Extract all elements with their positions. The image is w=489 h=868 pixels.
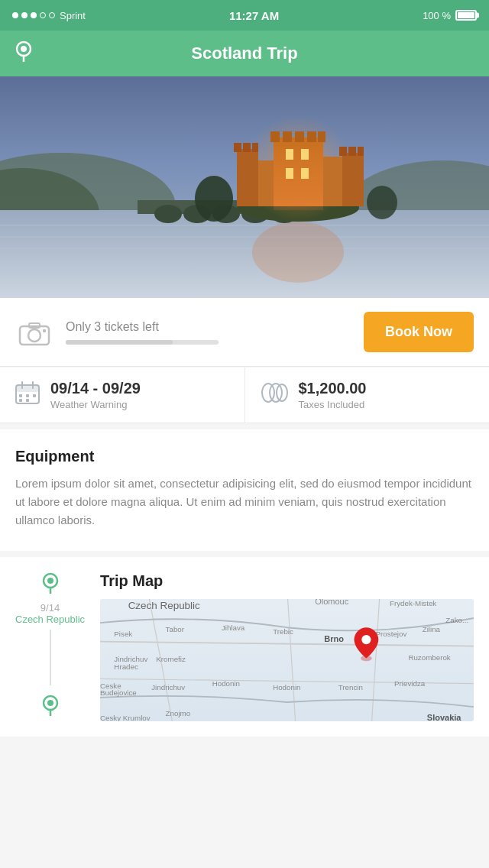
svg-point-42 [367, 186, 397, 219]
map-pin-icon-2 [42, 695, 59, 721]
date-info: 09/14 - 09/29 Weather Warning [50, 380, 141, 410]
svg-text:Prievidza: Prievidza [394, 679, 426, 688]
svg-point-44 [28, 329, 40, 342]
svg-point-41 [195, 176, 233, 222]
svg-rect-55 [26, 399, 29, 402]
status-bar: Sprint 11:27 AM 100 % [0, 0, 489, 31]
svg-rect-34 [348, 147, 356, 156]
map-image[interactable]: Czech Republic Olomouc Frydek-Mistek Pis… [100, 599, 474, 721]
svg-text:Znojmo: Znojmo [166, 709, 191, 717]
status-right: 100 % [423, 10, 477, 21]
svg-rect-35 [358, 147, 364, 156]
map-timeline-line [50, 630, 51, 685]
svg-text:Ruzomberok: Ruzomberok [408, 653, 450, 662]
svg-rect-52 [26, 394, 29, 397]
tickets-info: Only 3 tickets left [66, 320, 351, 345]
map-timeline: 9/14 Czech Republic [15, 572, 85, 721]
book-now-button[interactable]: Book Now [364, 312, 474, 352]
map-title: Trip Map [100, 572, 474, 590]
svg-text:Kromefiz: Kromefiz [156, 655, 186, 663]
app-header: Scotland Trip [0, 31, 489, 76]
tickets-progress-fill [66, 340, 173, 345]
camera-icon [15, 313, 53, 351]
map-right: Trip Map [100, 572, 474, 721]
signal-dots [12, 12, 55, 18]
svg-text:Slovakia: Slovakia [427, 713, 462, 721]
svg-point-13 [154, 205, 182, 223]
svg-text:Budejovice: Budejovice [100, 688, 137, 697]
svg-text:Frydek-Mistek: Frydek-Mistek [390, 599, 436, 607]
map-date-label: 9/14 [40, 602, 60, 614]
map-pin-icon-1 [42, 572, 59, 599]
price-sub: Taxes Included [299, 399, 367, 410]
svg-rect-7 [0, 210, 489, 298]
svg-point-1 [21, 46, 27, 52]
svg-rect-22 [283, 131, 292, 142]
weather-warning: Weather Warning [50, 399, 141, 410]
dot4 [40, 12, 46, 18]
svg-text:Zilina: Zilina [423, 625, 441, 633]
info-row: 09/14 - 09/29 Weather Warning $1,200.00 … [0, 368, 489, 423]
tickets-progress-bar [66, 340, 219, 345]
map-location-label: Czech Republic [15, 614, 85, 625]
svg-text:Hodonin: Hodonin [212, 679, 240, 688]
tickets-remaining-text: Only 3 tickets left [66, 320, 351, 334]
header-pin-icon [15, 40, 32, 66]
calendar-icon [15, 381, 40, 410]
svg-text:Hodonin: Hodonin [273, 683, 300, 691]
hero-image [0, 76, 489, 298]
svg-text:Prostejov: Prostejov [376, 630, 407, 638]
svg-point-11 [252, 222, 344, 283]
equipment-body: Lorem ipsum dolor sit amet, consectetur … [15, 474, 474, 530]
dot1 [12, 12, 18, 18]
battery-percent: 100 % [423, 10, 451, 21]
svg-text:Czech Republic: Czech Republic [128, 600, 200, 611]
page-title: Scotland Trip [191, 44, 297, 63]
svg-rect-32 [342, 153, 364, 206]
equipment-section: Equipment Lorem ipsum dolor sit amet, co… [0, 429, 489, 551]
svg-text:Olomouc: Olomouc [315, 599, 349, 606]
status-time: 11:27 AM [229, 9, 279, 22]
svg-point-63 [47, 700, 53, 706]
svg-point-60 [47, 578, 53, 584]
svg-rect-33 [339, 147, 347, 156]
svg-rect-25 [318, 131, 325, 142]
svg-text:Hradec: Hradec [114, 662, 138, 671]
svg-text:Zako...: Zako... [445, 616, 468, 624]
equipment-title: Equipment [15, 448, 474, 465]
dot2 [21, 12, 28, 18]
svg-rect-29 [234, 143, 241, 152]
svg-rect-54 [19, 399, 22, 402]
svg-rect-30 [243, 143, 251, 152]
date-range: 09/14 - 09/29 [50, 380, 141, 397]
svg-point-97 [361, 635, 371, 644]
svg-text:Tabor: Tabor [166, 625, 185, 633]
date-cell: 09/14 - 09/29 Weather Warning [0, 368, 245, 423]
svg-rect-21 [270, 131, 280, 142]
svg-text:Trebic: Trebic [273, 627, 293, 636]
carrier-label: Sprint [60, 10, 86, 21]
svg-text:Jindrichuv: Jindrichuv [151, 683, 185, 691]
svg-rect-40 [274, 180, 323, 210]
price-cell: $1,200.00 Taxes Included [245, 368, 490, 423]
svg-point-56 [262, 384, 274, 402]
svg-text:Jihlava: Jihlava [222, 623, 245, 632]
dot3 [31, 12, 37, 18]
svg-text:Cesky Krumlov: Cesky Krumlov [100, 714, 151, 721]
status-left: Sprint [12, 10, 86, 21]
svg-text:Brno: Brno [324, 634, 344, 643]
svg-rect-37 [301, 149, 309, 160]
svg-rect-24 [307, 131, 316, 142]
price-info: $1,200.00 Taxes Included [299, 380, 367, 410]
battery-fill [458, 12, 474, 18]
svg-rect-39 [301, 168, 309, 179]
svg-rect-51 [19, 394, 22, 397]
svg-rect-46 [43, 329, 46, 332]
tickets-section: Only 3 tickets left Book Now [0, 298, 489, 367]
battery-icon [455, 10, 477, 21]
svg-text:Trencin: Trencin [338, 683, 363, 691]
svg-rect-23 [295, 131, 304, 142]
svg-rect-38 [286, 168, 293, 179]
svg-rect-31 [252, 143, 258, 152]
svg-rect-28 [237, 149, 258, 206]
